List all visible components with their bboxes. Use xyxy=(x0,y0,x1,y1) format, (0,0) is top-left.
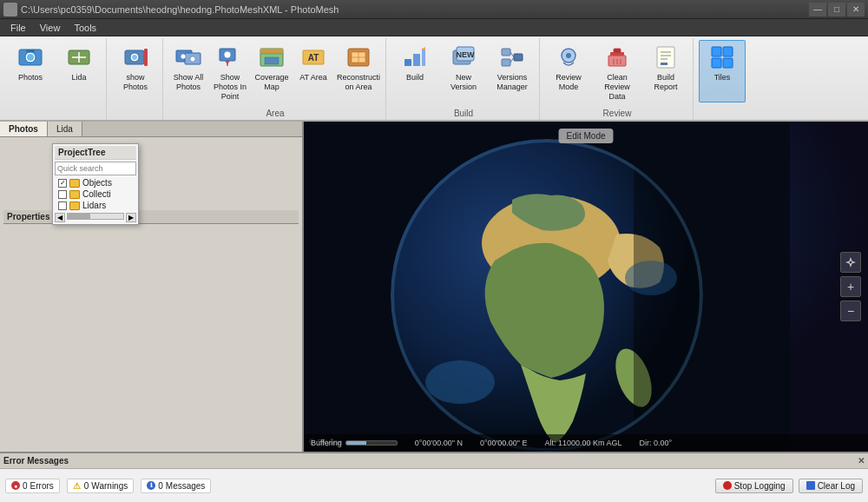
coverage-map-button[interactable]: Coverage Map xyxy=(252,40,292,102)
tree-search-input[interactable] xyxy=(55,162,136,175)
reconstruction-area-icon xyxy=(345,43,372,71)
show-photos-in-point-button[interactable]: Show Photos In Point xyxy=(210,40,250,103)
messages-dot: ℹ xyxy=(147,481,155,490)
svg-point-65 xyxy=(625,261,677,295)
lida-label: Lida xyxy=(71,73,86,83)
build-report-button[interactable]: Build Report xyxy=(642,40,689,102)
versions-manager-label: Versions Manager xyxy=(491,73,533,92)
at-area-button[interactable]: AT AT Area xyxy=(293,40,333,102)
ribbon-buttons-media: Photos Lida xyxy=(7,40,102,118)
tab-photos[interactable]: Photos xyxy=(0,122,48,136)
ribbon-buttons-tiles: Tiles xyxy=(699,40,746,118)
svg-rect-21 xyxy=(265,57,279,64)
tree-folder-objects xyxy=(69,179,80,188)
new-version-label: New Version xyxy=(443,73,484,92)
viewport-controls: + − xyxy=(840,252,861,321)
stop-logging-button[interactable]: Stop Logging xyxy=(715,479,793,493)
svg-point-2 xyxy=(27,54,34,61)
new-version-icon: NEW xyxy=(450,43,477,71)
tree-item-collecti-label: Collecti xyxy=(82,189,111,199)
tree-checkbox-collecti[interactable] xyxy=(58,190,67,199)
lat-display: 0°00'00.00" N xyxy=(415,439,463,447)
error-panel-title: Error Messages xyxy=(3,456,69,466)
maximize-button[interactable]: □ xyxy=(828,3,845,17)
svg-rect-29 xyxy=(404,59,411,66)
build-button[interactable]: Build xyxy=(391,40,438,102)
reconstruction-area-button[interactable]: Reconstruction Area xyxy=(335,40,382,102)
stop-logging-label: Stop Logging xyxy=(734,481,786,491)
show-photos-label: show Photos xyxy=(115,73,156,92)
tree-checkbox-objects[interactable]: ✓ xyxy=(58,179,67,188)
ribbon-group-photos-area: Show All Photos Show Photos In Point xyxy=(165,38,386,120)
warnings-count: 0 xyxy=(84,481,89,491)
tree-item-collecti[interactable]: Collecti xyxy=(55,188,136,200)
ribbon-group-media: Photos Lida xyxy=(3,38,107,120)
title-bar-controls[interactable]: — □ ✕ xyxy=(809,3,865,17)
tree-folder-lidars xyxy=(69,201,80,210)
build-report-label: Build Report xyxy=(645,73,687,92)
clear-log-button[interactable]: Clear Log xyxy=(799,479,863,493)
zoom-in-button[interactable]: + xyxy=(840,276,861,297)
menu-bar: File View Tools xyxy=(0,19,868,36)
viewport-3d[interactable]: Edit Mode + − © Skyline Buffering xyxy=(304,122,868,452)
menu-file[interactable]: File xyxy=(3,21,33,35)
svg-rect-31 xyxy=(422,49,425,66)
earth-svg xyxy=(304,122,790,452)
warnings-badge[interactable]: ⚠ 0 Warnings xyxy=(67,479,134,493)
at-area-label: AT Area xyxy=(299,73,327,83)
photos-icon xyxy=(16,43,44,71)
error-panel-close[interactable]: ✕ xyxy=(858,456,865,466)
tree-item-lidars[interactable]: Lidars xyxy=(55,200,136,211)
ribbon-buttons-build: Build NEW New Version xyxy=(391,40,536,109)
svg-text:NEW: NEW xyxy=(457,50,476,59)
tree-checkbox-lidars[interactable] xyxy=(58,201,67,210)
panel-tabs: Photos Lida xyxy=(0,122,302,137)
ribbon-group-show-photos: show Photos xyxy=(108,38,163,120)
error-panel: Error Messages ✕ ● 0 Errors ⚠ 0 Warnings… xyxy=(0,452,868,502)
versions-manager-button[interactable]: Versions Manager xyxy=(489,40,536,102)
new-version-button[interactable]: NEW New Version xyxy=(440,40,487,102)
tab-lida[interactable]: Lida xyxy=(48,122,82,136)
show-photos-button[interactable]: show Photos xyxy=(112,40,159,102)
edit-mode-label: Edit Mode xyxy=(566,131,605,141)
zoom-out-button[interactable]: − xyxy=(840,301,861,321)
buffering-indicator: Buffering xyxy=(311,439,398,447)
svg-line-39 xyxy=(510,52,514,57)
properties-label: Properties xyxy=(3,210,299,224)
errors-badge[interactable]: ● 0 Errors xyxy=(5,479,60,493)
show-all-photos-label: Show All Photos xyxy=(171,73,206,92)
tree-item-objects[interactable]: ✓ Objects xyxy=(55,177,136,188)
ribbon-group-label-build: Build xyxy=(454,109,473,120)
messages-badge[interactable]: ℹ 0 Messages xyxy=(141,479,211,493)
svg-point-9 xyxy=(132,55,137,60)
tree-scrollbar[interactable] xyxy=(67,213,124,220)
svg-rect-54 xyxy=(712,47,721,56)
photos-button[interactable]: Photos xyxy=(7,40,54,102)
clean-review-data-button[interactable]: Clean Review Data xyxy=(594,40,641,103)
minimize-button[interactable]: — xyxy=(809,3,826,17)
tree-title: ProjectTree xyxy=(55,146,136,160)
left-panel: Photos Lida ProjectTree ✓ Objects Collec… xyxy=(0,122,304,452)
errors-label: Errors xyxy=(30,481,54,491)
tree-item-objects-label: Objects xyxy=(82,178,112,188)
title-bar: C:\Users\pc0359\Documents\heodng\heodng.… xyxy=(0,0,868,19)
tree-scroll-left[interactable]: ◀ xyxy=(55,213,65,222)
panel-actions: Stop Logging Clear Log xyxy=(715,479,863,493)
svg-rect-10 xyxy=(144,49,148,66)
svg-point-13 xyxy=(181,54,186,59)
menu-view[interactable]: View xyxy=(33,21,68,35)
error-panel-header: Error Messages ✕ xyxy=(0,453,868,469)
review-mode-button[interactable]: Review Mode xyxy=(545,40,592,102)
reconstruction-area-label: Reconstruction Area xyxy=(336,73,381,92)
svg-point-42 xyxy=(566,53,571,58)
tree-scroll-right[interactable]: ▶ xyxy=(126,213,136,222)
tree-scroll: ◀ ▶ xyxy=(55,213,136,222)
svg-marker-70 xyxy=(851,261,856,264)
build-icon xyxy=(401,43,429,71)
lida-button[interactable]: Lida xyxy=(56,40,102,102)
menu-tools[interactable]: Tools xyxy=(67,21,103,35)
close-button[interactable]: ✕ xyxy=(847,3,865,17)
show-all-photos-button[interactable]: Show All Photos xyxy=(168,40,208,102)
tiles-button[interactable]: Tiles xyxy=(699,40,746,102)
tree-item-lidars-label: Lidars xyxy=(82,201,106,210)
